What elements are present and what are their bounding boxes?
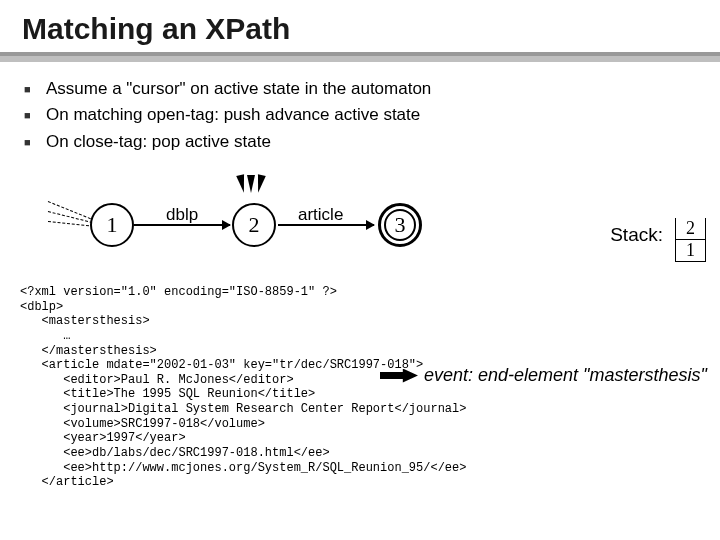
stack-visual: Stack: 2 1 bbox=[610, 218, 706, 262]
stack-label: Stack: bbox=[610, 218, 663, 246]
right-arrow-icon bbox=[380, 369, 418, 383]
stack-cell: 2 bbox=[676, 218, 705, 239]
stack-cell: 1 bbox=[676, 239, 705, 261]
xml-code-block: <?xml version="1.0" encoding="ISO-8859-1… bbox=[0, 285, 720, 490]
stack-box: 2 1 bbox=[675, 218, 706, 262]
initial-edges-icon bbox=[48, 197, 94, 227]
bullet-item: On close-tag: pop active state bbox=[46, 129, 720, 155]
cursor-arrows-icon bbox=[238, 175, 268, 203]
edge-label-dblp: dblp bbox=[166, 205, 198, 225]
slide-title: Matching an XPath bbox=[0, 0, 720, 50]
event-annotation: event: end-element "mastersthesis" bbox=[380, 365, 707, 386]
title-underline bbox=[0, 52, 720, 62]
bullet-item: Assume a "cursor" on active state in the… bbox=[46, 76, 720, 102]
state-3-accepting: 3 bbox=[378, 203, 422, 247]
bullet-list: Assume a "cursor" on active state in the… bbox=[0, 76, 720, 155]
event-text: event: end-element "mastersthesis" bbox=[424, 365, 707, 386]
state-1: 1 bbox=[90, 203, 134, 247]
edge-label-article: article bbox=[298, 205, 343, 225]
bullet-item: On matching open-tag: push advance activ… bbox=[46, 102, 720, 128]
state-2: 2 bbox=[232, 203, 276, 247]
